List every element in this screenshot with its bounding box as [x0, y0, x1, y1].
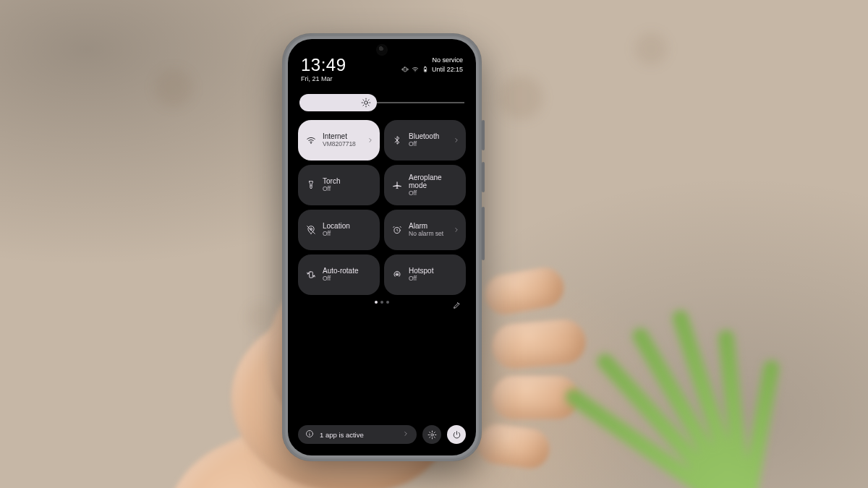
- chevron-right-icon: [402, 430, 409, 439]
- pager-dot[interactable]: [375, 301, 378, 304]
- svg-rect-3: [425, 67, 426, 67]
- airplane-icon: [391, 180, 403, 190]
- settings-button[interactable]: [422, 425, 441, 444]
- svg-rect-9: [310, 272, 313, 278]
- info-icon: [305, 429, 314, 440]
- status-header: 13:49 Fri, 21 Mar No service: [297, 51, 467, 82]
- alarm-icon: [391, 225, 403, 235]
- pager: [297, 301, 467, 304]
- battery-icon: [422, 66, 429, 73]
- torch-icon: [305, 180, 317, 190]
- pager-dot[interactable]: [380, 301, 383, 304]
- chevron-right-icon: [453, 134, 460, 147]
- location-icon: [305, 225, 317, 235]
- brightness-slider[interactable]: [299, 94, 464, 111]
- footer: 1 app is active: [297, 425, 467, 448]
- tile-hotspot[interactable]: HotspotOff: [384, 254, 466, 295]
- clock-time: 13:49: [301, 56, 346, 74]
- tile-torch[interactable]: TorchOff: [298, 165, 380, 205]
- phone-frame: 13:49 Fri, 21 Mar No service: [282, 33, 482, 461]
- clock-date: Fri, 21 Mar: [301, 75, 346, 82]
- active-apps-text: 1 app is active: [320, 431, 364, 439]
- tile-location[interactable]: LocationOff: [298, 210, 380, 250]
- tile-subtitle: Off: [409, 190, 459, 197]
- wifi-icon: [412, 66, 419, 73]
- tile-subtitle: Off: [409, 141, 439, 148]
- vibrate-icon: [401, 66, 409, 73]
- edit-tiles-button[interactable]: [453, 299, 461, 312]
- tile-auto-rotate[interactable]: Auto-rotateOff: [298, 254, 380, 295]
- tiles-grid: InternetVM8207718BluetoothOffTorchOffAer…: [297, 120, 467, 295]
- brightness-icon: [361, 98, 371, 108]
- svg-rect-4: [425, 69, 426, 72]
- svg-point-1: [415, 72, 416, 72]
- active-apps-pill[interactable]: 1 app is active: [298, 425, 417, 444]
- svg-point-12: [430, 433, 433, 435]
- chevron-right-icon: [453, 223, 460, 236]
- chevron-right-icon: [367, 134, 374, 147]
- power-button[interactable]: [447, 425, 466, 444]
- brightness-fill: [299, 94, 377, 111]
- bluetooth-icon: [391, 135, 403, 145]
- photo-background: 13:49 Fri, 21 Mar No service: [0, 0, 868, 488]
- service-status: No service: [401, 56, 463, 64]
- svg-point-5: [365, 101, 368, 105]
- tile-subtitle: Off: [409, 275, 433, 283]
- svg-rect-0: [404, 67, 406, 72]
- autorotate-icon: [305, 270, 317, 280]
- plant-leaf: [593, 213, 868, 488]
- tile-aeroplane-mode[interactable]: Aeroplane modeOff: [384, 165, 466, 205]
- svg-point-10: [396, 274, 398, 275]
- tile-alarm[interactable]: AlarmNo alarm set: [384, 210, 466, 250]
- quick-settings-panel: 13:49 Fri, 21 Mar No service: [288, 39, 476, 455]
- pager-dot[interactable]: [386, 301, 389, 304]
- tile-subtitle: VM8207718: [323, 141, 356, 148]
- tile-subtitle: Off: [323, 231, 350, 238]
- wifi-icon: [305, 135, 317, 145]
- tile-title: Aeroplane mode: [409, 174, 459, 190]
- hotspot-icon: [391, 270, 403, 280]
- tile-subtitle: Off: [323, 186, 340, 193]
- tile-internet[interactable]: InternetVM8207718: [298, 120, 380, 160]
- tile-subtitle: No alarm set: [409, 231, 443, 238]
- tile-subtitle: Off: [323, 275, 358, 283]
- clock-block[interactable]: 13:49 Fri, 21 Mar: [301, 56, 346, 82]
- dnd-until: Until 22:15: [432, 66, 463, 73]
- phone-screen: 13:49 Fri, 21 Mar No service: [288, 39, 476, 455]
- svg-point-6: [310, 142, 312, 144]
- tile-bluetooth[interactable]: BluetoothOff: [384, 120, 466, 160]
